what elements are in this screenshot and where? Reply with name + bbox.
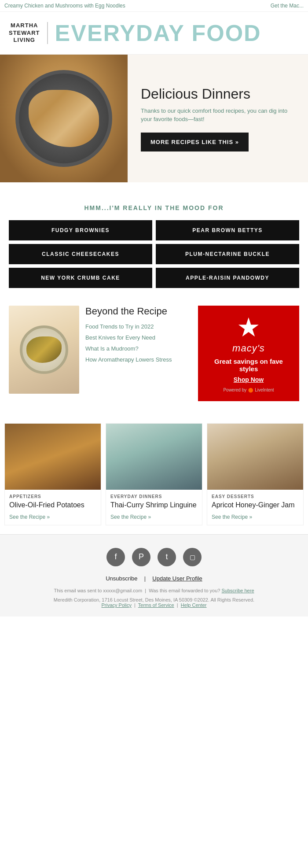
terms-of-service-link[interactable]: Terms of Service (138, 602, 174, 608)
recipe-image-0 (5, 424, 101, 490)
top-bar-left-link[interactable]: Creamy Chicken and Mushrooms with Egg No… (4, 3, 125, 9)
beyond-section: Beyond the Recipe Food Trends to Try in … (9, 306, 198, 401)
recipe-info-2: EASY DESSERTS Apricot Honey-Ginger Jam S… (207, 490, 303, 525)
hero-section: Delicious Dinners Thanks to our quick co… (0, 55, 308, 182)
forwarded-text: Was this email forwarded to you? (149, 588, 220, 593)
recipe-card-1: EVERYDAY DINNERS Thai-Curry Shrimp Lingu… (106, 423, 202, 525)
recipe-name-1: Thai-Curry Shrimp Linguine (110, 501, 198, 510)
plate-food (29, 90, 99, 147)
recipe-image-2 (207, 424, 303, 490)
recipe-link-1[interactable]: See the Recipe » (110, 514, 151, 520)
privacy-policy-link[interactable]: Privacy Policy (101, 602, 131, 608)
plate-visual (15, 70, 112, 167)
recipe-category-0: APPETIZERS (9, 494, 96, 499)
mood-item-pear-brown-bettys[interactable]: PEAR BROWN BETTYS (156, 220, 299, 240)
beyond-plate (20, 325, 68, 374)
footer-legal: Meredith Corporation, 1716 Locust Street… (9, 597, 299, 608)
help-center-link[interactable]: Help Center (181, 602, 207, 608)
recipe-info-0: APPETIZERS Olive-Oil-Fried Potatoes See … (5, 490, 101, 525)
hero-content: Delicious Dinners Thanks to our quick co… (128, 73, 308, 165)
mood-title: HMM...I'M REALLY IN THE MOOD FOR (9, 204, 299, 211)
ad-brand-name: macy's (232, 343, 265, 354)
beyond-links: Food Trends to Try in 2022 Best Knives f… (85, 323, 192, 364)
liveintent-logo: ⬤ (248, 388, 253, 392)
beyond-link-mudroom[interactable]: What Is a Mudroom? (85, 345, 192, 353)
instagram-icon[interactable]: ▢ (183, 548, 202, 566)
mood-item-new-york-crumb-cake[interactable]: NEW YORK CRUMB CAKE (9, 268, 152, 288)
hero-title: Delicious Dinners (141, 86, 295, 102)
mood-grid: FUDGY BROWNIES PEAR BROWN BETTYS CLASSIC… (9, 220, 299, 288)
ad-section: ★ macy's Great savings on fave styles Sh… (198, 306, 299, 401)
pinterest-icon[interactable]: P (132, 548, 150, 566)
footer: f P t ▢ Unsubscribe | Update User Profil… (0, 534, 308, 617)
hero-subtitle: Thanks to our quick comfort food recipes… (141, 107, 295, 124)
recipe-name-0: Olive-Oil-Fried Potatoes (9, 501, 96, 510)
top-bar: Creamy Chicken and Mushrooms with Egg No… (0, 0, 308, 12)
ad-powered-by: Powered by ⬤ LiveIntent (223, 388, 274, 392)
recipe-info-1: EVERYDAY DINNERS Thai-Curry Shrimp Lingu… (106, 490, 202, 525)
brand-name: MARTHA STEWART LIVING (9, 22, 48, 44)
recipe-card-0: APPETIZERS Olive-Oil-Fried Potatoes See … (4, 423, 101, 525)
subscribe-here-link[interactable]: Subscribe here (222, 588, 254, 593)
recipe-card-2: EASY DESSERTS Apricot Honey-Ginger Jam S… (207, 423, 304, 525)
liveintent-name: LiveIntent (255, 388, 274, 392)
unsubscribe-link[interactable]: Unsubscribe (106, 575, 137, 582)
update-profile-link[interactable]: Update User Profile (152, 575, 202, 582)
facebook-icon[interactable]: f (106, 548, 125, 566)
recipe-category-2: EASY DESSERTS (212, 494, 299, 499)
recipe-name-2: Apricot Honey-Ginger Jam (212, 501, 299, 510)
twitter-icon[interactable]: t (158, 548, 176, 566)
recipes-row: APPETIZERS Olive-Oil-Fried Potatoes See … (0, 419, 308, 534)
ad-shop-now-button[interactable]: Shop Now (234, 376, 264, 383)
beyond-link-food-trends[interactable]: Food Trends to Try in 2022 (85, 323, 192, 331)
beyond-link-aromatherapy[interactable]: How Aromatherapy Lowers Stress (85, 356, 192, 364)
beyond-link-best-knives[interactable]: Best Knives for Every Need (85, 334, 192, 342)
hero-image (0, 55, 128, 182)
macy-star-icon: ★ (237, 314, 260, 341)
recipe-image-1 (106, 424, 202, 490)
mood-item-plum-nectarine-buckle[interactable]: PLUM-NECTARINE BUCKLE (156, 244, 299, 264)
mood-item-classic-cheesecakes[interactable]: CLASSIC CHEESECAKES (9, 244, 152, 264)
recipe-link-0[interactable]: See the Recipe » (9, 514, 50, 520)
mood-item-apple-raisin-pandowdy[interactable]: APPLE-RAISIN PANDOWDY (156, 268, 299, 288)
middle-row: Beyond the Recipe Food Trends to Try in … (0, 306, 308, 401)
beyond-title: Beyond the Recipe (85, 306, 192, 317)
more-recipes-button[interactable]: MORE RECIPES LIKE THIS » (141, 133, 249, 151)
beyond-content: Beyond the Recipe Food Trends to Try in … (85, 306, 192, 364)
top-bar-right-link[interactable]: Get the Mac... (271, 3, 304, 9)
social-icons: f P t ▢ (9, 548, 299, 566)
ad-tagline: Great savings on fave styles (204, 358, 293, 373)
mood-section: HMM...I'M REALLY IN THE MOOD FOR FUDGY B… (0, 191, 308, 297)
mood-item-fudgy-brownies[interactable]: FUDGY BROWNIES (9, 220, 152, 240)
footer-links: Unsubscribe | Update User Profile (9, 575, 299, 582)
beyond-image (9, 306, 79, 394)
powered-by-text: Powered by (223, 388, 246, 392)
footer-text: This email was sent to xxxxx@gmail.com |… (9, 587, 299, 595)
header-title: EVERYDAY FOOD (55, 20, 261, 46)
recipe-link-2[interactable]: See the Recipe » (212, 514, 252, 520)
email-sent-text: This email was sent to xxxxx@gmail.com (54, 588, 142, 593)
recipe-category-1: EVERYDAY DINNERS (110, 494, 198, 499)
company-info: Meredith Corporation, 1716 Locust Street… (54, 597, 254, 602)
beyond-plate-food (26, 336, 62, 363)
header: MARTHA STEWART LIVING EVERYDAY FOOD (0, 12, 308, 55)
